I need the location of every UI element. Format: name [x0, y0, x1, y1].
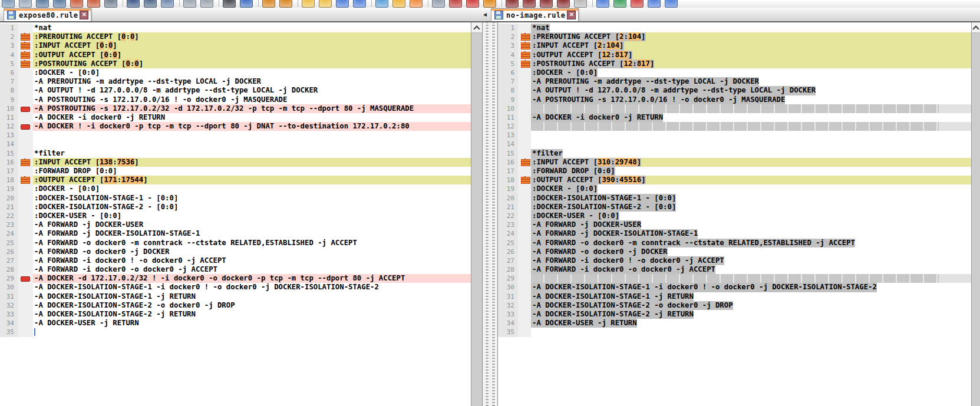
- line-body[interactable]: -A DOCKER-USER -j RETURN: [33, 319, 471, 328]
- code-line[interactable]: 18:OUTPUT ACCEPT [171:17544]: [0, 176, 471, 184]
- redo-icon[interactable]: [200, 0, 213, 8]
- code-line[interactable]: 19:DOCKER - [0:0]: [498, 184, 972, 193]
- code-line[interactable]: 15*filter: [0, 149, 471, 158]
- code-line[interactable]: 14: [0, 140, 471, 148]
- code-line[interactable]: 32-A DOCKER-ISOLATION-STAGE-2 -o docker0…: [0, 301, 471, 310]
- line-body[interactable]: -A DOCKER-ISOLATION-STAGE-1 -i docker0 !…: [531, 283, 972, 292]
- right-vertical-scrollbar[interactable]: [971, 22, 980, 406]
- line-body[interactable]: :DOCKER-USER - [0:0]: [33, 212, 471, 220]
- save-all-icon[interactable]: [53, 0, 66, 8]
- open-file-icon[interactable]: [19, 0, 32, 8]
- code-line[interactable]: 21:DOCKER-ISOLATION-STAGE-2 - [0:0]: [0, 203, 471, 212]
- reject-right-icon[interactable]: [631, 0, 644, 8]
- line-body[interactable]: :POSTROUTING ACCEPT [0:0]: [33, 60, 471, 68]
- code-line[interactable]: 4:OUTPUT ACCEPT [12:817]: [498, 51, 972, 60]
- merge-chat-icon[interactable]: [596, 0, 609, 8]
- line-body[interactable]: :DOCKER-USER - [0:0]: [531, 212, 972, 220]
- diff-list-icon[interactable]: [375, 0, 388, 8]
- code-line[interactable]: 17:FORWARD DROP [0:0]: [498, 167, 972, 176]
- line-body[interactable]: -A DOCKER-ISOLATION-STAGE-2 -o docker0 -…: [531, 301, 972, 310]
- line-body[interactable]: -A FORWARD -o docker0 -m conntrack --cts…: [531, 239, 972, 247]
- line-body[interactable]: -A POSTROUTING -s 172.17.0.0/16 ! -o doc…: [531, 95, 972, 104]
- line-body[interactable]: -A DOCKER ! -i docker0 -p tcp -m tcp --d…: [33, 122, 471, 131]
- code-line[interactable]: 29-A DOCKER -d 172.17.0.2/32 ! -i docker…: [0, 274, 471, 283]
- edit-pencil-icon[interactable]: [262, 0, 275, 8]
- tab-expose80-rule[interactable]: expose80.rule ✕: [4, 8, 91, 21]
- code-line[interactable]: 10-A POSTROUTING -s 172.17.0.2/32 -d 172…: [0, 104, 471, 113]
- line-body[interactable]: -A FORWARD -i docker0 -o docker0 -j ACCE…: [33, 265, 471, 274]
- line-body[interactable]: :DOCKER-ISOLATION-STAGE-2 - [0:0]: [531, 203, 972, 212]
- code-line[interactable]: 23-A FORWARD -j DOCKER-USER: [498, 220, 972, 229]
- code-line[interactable]: 7-A PREROUTING -m addrtype --dst-type LO…: [498, 77, 972, 86]
- line-body[interactable]: :DOCKER-ISOLATION-STAGE-2 - [0:0]: [33, 203, 471, 212]
- line-body[interactable]: -A OUTPUT ! -d 127.0.0.0/8 -m addrtype -…: [33, 86, 471, 95]
- monitor-icon[interactable]: [648, 0, 661, 8]
- code-line[interactable]: 15*filter: [498, 149, 972, 158]
- monitor-alt-icon[interactable]: [665, 0, 678, 8]
- close-tab-icon[interactable]: ✕: [567, 11, 576, 19]
- line-body[interactable]: -A FORWARD -j DOCKER-USER: [531, 220, 972, 229]
- line-body[interactable]: [531, 131, 972, 140]
- line-body[interactable]: :DOCKER - [0:0]: [531, 68, 972, 77]
- print-icon[interactable]: [104, 0, 117, 8]
- first-diff-icon[interactable]: [506, 0, 519, 8]
- code-line[interactable]: 32-A DOCKER-ISOLATION-STAGE-2 -o docker0…: [498, 301, 972, 310]
- code-line[interactable]: 5:POSTROUTING ACCEPT [12:817]: [498, 60, 972, 68]
- line-body[interactable]: -A DOCKER-ISOLATION-STAGE-1 -j RETURN: [33, 292, 471, 301]
- code-line[interactable]: 34-A DOCKER-USER -j RETURN: [498, 319, 972, 328]
- code-line[interactable]: 24-A FORWARD -j DOCKER-ISOLATION-STAGE-1: [0, 229, 471, 238]
- code-line[interactable]: 7-A PREROUTING -m addrtype --dst-type LO…: [0, 77, 471, 86]
- line-body[interactable]: -A DOCKER-ISOLATION-STAGE-2 -j RETURN: [531, 310, 972, 319]
- code-line[interactable]: 14: [498, 140, 972, 148]
- code-line[interactable]: 22:DOCKER-USER - [0:0]: [498, 212, 972, 220]
- line-body[interactable]: -A FORWARD -j DOCKER-ISOLATION-STAGE-1: [33, 229, 471, 238]
- line-body[interactable]: :OUTPUT ACCEPT [0:0]: [33, 51, 471, 60]
- last-diff-icon[interactable]: [557, 0, 570, 8]
- code-line[interactable]: 1*nat: [498, 24, 972, 32]
- code-line[interactable]: 19:DOCKER - [0:0]: [0, 184, 471, 193]
- code-line[interactable]: 29: [498, 274, 972, 283]
- line-body[interactable]: -A FORWARD -i docker0 ! -o docker0 -j AC…: [531, 256, 972, 265]
- line-body[interactable]: :DOCKER - [0:0]: [33, 184, 471, 193]
- word-wrap-icon[interactable]: [336, 0, 349, 8]
- line-body[interactable]: -A FORWARD -i docker0 -o docker0 -j ACCE…: [531, 265, 972, 274]
- line-body[interactable]: :PREROUTING ACCEPT [0:0]: [33, 32, 471, 41]
- line-body[interactable]: :DOCKER - [0:0]: [33, 68, 471, 77]
- line-body[interactable]: :POSTROUTING ACCEPT [12:817]: [531, 60, 972, 68]
- code-line[interactable]: 13: [498, 131, 972, 140]
- code-line[interactable]: 3:INPUT ACCEPT [0:0]: [0, 41, 471, 50]
- code-line[interactable]: 3:INPUT ACCEPT [2:104]: [498, 41, 972, 50]
- code-line[interactable]: 25-A FORWARD -o docker0 -m conntrack --c…: [498, 239, 972, 247]
- code-line[interactable]: 27-A FORWARD -i docker0 ! -o docker0 -j …: [498, 256, 972, 265]
- code-line[interactable]: 20:DOCKER-ISOLATION-STAGE-1 - [0:0]: [498, 194, 972, 203]
- save-icon[interactable]: [36, 0, 49, 8]
- code-line[interactable]: 33-A DOCKER-ISOLATION-STAGE-2 -j RETURN: [0, 310, 471, 319]
- code-line[interactable]: 9-A POSTROUTING -s 172.17.0.0/16 ! -o do…: [0, 95, 471, 104]
- line-body[interactable]: -A DOCKER -i docker0 -j RETURN: [33, 113, 471, 122]
- pages-icon[interactable]: [432, 0, 445, 8]
- highlight-icon[interactable]: [279, 0, 292, 8]
- edit-line-icon[interactable]: [449, 0, 462, 8]
- comment-icon[interactable]: [392, 0, 405, 8]
- line-body[interactable]: :INPUT ACCEPT [2:104]: [531, 41, 972, 50]
- line-body[interactable]: :INPUT ACCEPT [138:7536]: [33, 158, 471, 167]
- code-line[interactable]: 16:INPUT ACCEPT [138:7536]: [0, 158, 471, 167]
- line-body[interactable]: :FORWARD DROP [0:0]: [531, 167, 972, 176]
- code-line[interactable]: 31-A DOCKER-ISOLATION-STAGE-1 -j RETURN: [498, 292, 972, 301]
- tab-scroll-left-button[interactable]: ◄: [482, 11, 488, 18]
- line-body[interactable]: :OUTPUT ACCEPT [171:17544]: [33, 176, 471, 184]
- code-line[interactable]: 1*nat: [0, 24, 471, 32]
- code-line[interactable]: 12: [498, 122, 972, 131]
- line-body[interactable]: :OUTPUT ACCEPT [390:45516]: [531, 176, 972, 184]
- line-body[interactable]: :OUTPUT ACCEPT [12:817]: [531, 51, 972, 60]
- code-line[interactable]: 17:FORWARD DROP [0:0]: [0, 167, 471, 176]
- code-line[interactable]: 2:PREROUTING ACCEPT [2:104]: [498, 32, 972, 41]
- line-body[interactable]: -A FORWARD -i docker0 ! -o docker0 -j AC…: [33, 256, 471, 265]
- code-line[interactable]: 30-A DOCKER-ISOLATION-STAGE-1 -i docker0…: [498, 283, 972, 292]
- line-body[interactable]: -A DOCKER-USER -j RETURN: [531, 319, 972, 328]
- code-line[interactable]: 27-A FORWARD -i docker0 ! -o docker0 -j …: [0, 256, 471, 265]
- line-body[interactable]: -A DOCKER-ISOLATION-STAGE-1 -j RETURN: [531, 292, 972, 301]
- code-line[interactable]: 18:OUTPUT ACCEPT [390:45516]: [498, 176, 972, 184]
- code-line[interactable]: 20:DOCKER-ISOLATION-STAGE-1 - [0:0]: [0, 194, 471, 203]
- line-body[interactable]: -A DOCKER -d 172.17.0.2/32 ! -i docker0 …: [33, 274, 471, 283]
